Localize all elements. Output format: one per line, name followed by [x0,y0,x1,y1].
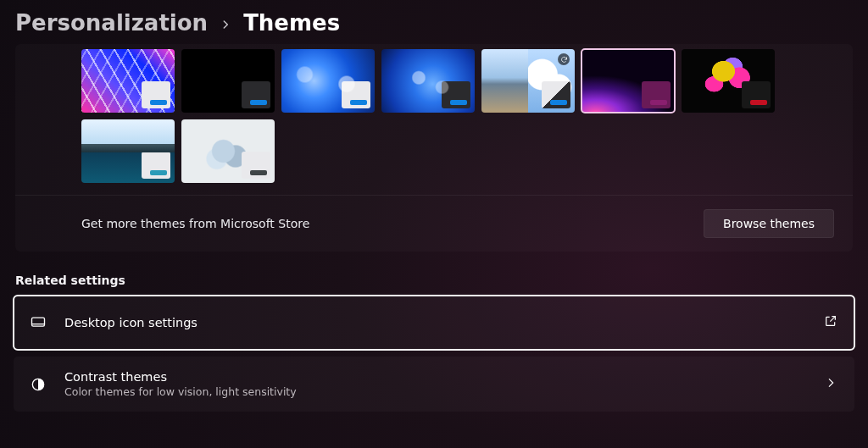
theme-color-chip [742,81,771,108]
breadcrumb-current: Themes [243,10,340,36]
theme-pure-black[interactable] [181,49,275,113]
theme-petals-dark[interactable] [682,49,775,113]
theme-bloom-light[interactable] [281,49,375,113]
settings-row-subtitle: Color themes for low vision, light sensi… [64,385,807,398]
theme-color-chip [442,81,470,108]
theme-color-chip [242,81,270,108]
chevron-right-icon [824,376,837,393]
settings-row-texts: Desktop icon settings [64,316,807,329]
theme-swirl-light[interactable] [181,119,275,183]
theme-color-chip [642,81,670,108]
theme-purple-glow[interactable] [581,49,675,113]
store-row: Get more themes from Microsoft Store Bro… [15,195,853,252]
open-external-icon [824,314,837,331]
store-text: Get more themes from Microsoft Store [81,217,309,230]
refresh-icon [558,53,570,65]
breadcrumb-parent[interactable]: Personalization [15,10,208,36]
settings-row-title: Desktop icon settings [64,316,807,329]
theme-bloom-dark[interactable] [381,49,475,113]
theme-neon-lines[interactable] [81,49,175,113]
browse-themes-button[interactable]: Browse themes [704,209,834,238]
related-settings-heading: Related settings [15,274,853,287]
themes-card: Get more themes from Microsoft Store Bro… [15,44,853,252]
theme-color-chip [242,152,270,179]
settings-row-texts: Contrast themesColor themes for low visi… [64,370,807,398]
breadcrumb: Personalization Themes [0,0,868,44]
monitor-icon [29,314,47,331]
theme-color-chip [142,81,170,108]
theme-color-chip [542,81,570,108]
theme-color-chip [342,81,370,108]
settings-row-desktop-icon-settings[interactable]: Desktop icon settings [14,296,854,350]
theme-color-chip [142,152,170,179]
settings-row-title: Contrast themes [64,370,807,384]
contrast-icon [29,376,47,393]
chevron-right-icon [220,16,231,34]
theme-grid [15,49,795,195]
theme-lake-calm[interactable] [81,119,175,183]
svg-rect-0 [32,318,45,326]
settings-row-contrast-themes[interactable]: Contrast themesColor themes for low visi… [14,357,854,412]
theme-landscapes[interactable] [481,49,575,113]
